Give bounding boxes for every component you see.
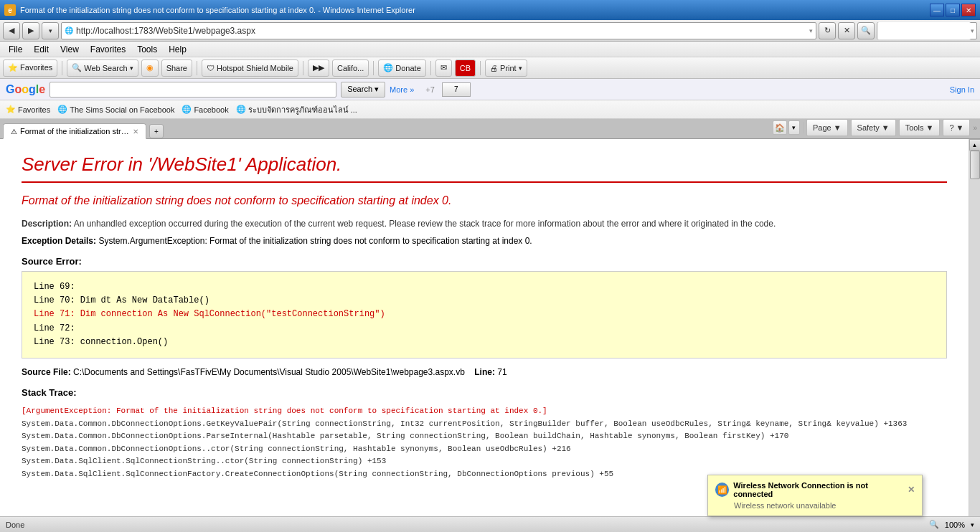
help-button[interactable]: ? ▼	[943, 119, 970, 136]
home-refresh-group: 🏠 ▾	[773, 120, 800, 135]
google-more-link[interactable]: More »	[390, 85, 414, 94]
donate-button[interactable]: 🌐 Donate	[378, 60, 425, 77]
donate-label: Donate	[395, 64, 420, 72]
exception-text: System.ArgumentException: Format of the …	[98, 236, 532, 246]
wireless-notification: 📶 Wireless Network Connection is not con…	[707, 475, 923, 516]
safety-button[interactable]: Safety ▼	[851, 119, 896, 136]
google-signin-link[interactable]: Sign In	[950, 85, 974, 94]
zoom-dropdown[interactable]: ▾	[971, 521, 974, 528]
source-code-box: Line 69: Line 70: Dim dt As New DataTabl…	[22, 271, 947, 358]
exception-details-block: Exception Details: System.ArgumentExcept…	[22, 236, 947, 246]
toolbar-more-button[interactable]: »	[973, 124, 977, 132]
address-bar[interactable]: 🌐 ▾	[61, 22, 816, 39]
tab-list: ⚠ Format of the initialization string do…	[3, 123, 773, 138]
scroll-up-button[interactable]: ▲	[969, 139, 981, 151]
close-button[interactable]: ✕	[961, 4, 976, 16]
california-button[interactable]: Califo...	[332, 60, 369, 77]
print-icon: 🖨	[490, 64, 498, 72]
toolbar-sep3	[303, 61, 303, 75]
feed-icon: ◉	[146, 63, 154, 72]
toolbar-sep6	[480, 61, 481, 75]
dropdown-button[interactable]: ▾	[42, 22, 59, 39]
ie-nav-toolbar: 🏠 ▾ Page ▼ Safety ▼ Tools ▼ ? ▼ »	[773, 119, 977, 138]
minimize-button[interactable]: —	[930, 4, 944, 16]
back-button[interactable]: ◀	[3, 22, 20, 39]
donate-icon: 🌐	[383, 63, 393, 72]
print-button[interactable]: 🖨 Print ▾	[485, 60, 527, 77]
page-button[interactable]: Page ▼	[806, 119, 848, 136]
tab-label: Format of the initialization string does…	[20, 127, 130, 136]
window-controls: — □ ✕	[930, 4, 976, 16]
menu-edit[interactable]: Edit	[28, 43, 55, 56]
fav-icon-2: 🌐	[236, 105, 246, 114]
menu-favorites[interactable]: Favorites	[85, 43, 131, 56]
google-search-button[interactable]: Search ▾	[341, 82, 385, 98]
google-num-box: 7	[442, 82, 471, 97]
google-search-input[interactable]	[50, 82, 336, 98]
fav-item-1[interactable]: 🌐 Facebook	[182, 105, 228, 114]
google-logo: Google	[6, 83, 45, 96]
address-dropdown-icon[interactable]: ▾	[809, 27, 813, 34]
new-tab-button[interactable]: +	[149, 124, 164, 138]
menu-tools[interactable]: Tools	[131, 43, 163, 56]
scroll-thumb[interactable]	[970, 151, 980, 179]
status-text: Done	[6, 521, 922, 529]
search-field-container: ▾	[877, 22, 977, 39]
feed-button[interactable]: ◉	[141, 60, 159, 77]
ie-icon: e	[4, 4, 16, 16]
menu-bar: File Edit View Favorites Tools Help	[0, 42, 980, 57]
search-icon-btn[interactable]: 🔍	[857, 22, 875, 39]
tools-button[interactable]: Tools ▼	[899, 119, 941, 136]
tab-close-button[interactable]: ✕	[133, 128, 138, 136]
wireless-subtitle: Wireless network unavailable	[715, 501, 915, 510]
favorites-button[interactable]: ⭐ Favorites	[3, 60, 57, 77]
fav-item-0[interactable]: 🌐 The Sims Social on Facebook	[57, 105, 174, 114]
main-content: Server Error in '/WebSite1' Application.…	[0, 139, 969, 516]
wireless-close-button[interactable]: ✕	[908, 485, 915, 495]
share-button[interactable]: Share	[161, 60, 192, 77]
fav-icon-0: 🌐	[57, 105, 67, 114]
window-title: Format of the initialization string does…	[20, 6, 415, 14]
print-dropdown[interactable]: ▾	[519, 65, 522, 72]
media-button[interactable]: ▶▶	[308, 60, 329, 77]
home-dropdown-button[interactable]: ▾	[788, 120, 800, 135]
menu-help[interactable]: Help	[163, 43, 192, 56]
fav-item-2[interactable]: 🌐 ระบบจัดการครูภัณฑ์ออนไลน์ ...	[236, 103, 357, 116]
forward-button[interactable]: ▶	[22, 22, 39, 39]
home-button[interactable]: 🏠	[773, 120, 787, 135]
mail-button[interactable]: ✉	[435, 60, 452, 77]
search-input[interactable]	[877, 22, 971, 39]
source-file-label: Source File:	[22, 367, 71, 377]
main-toolbar: ⭐ Favorites 🔍 Web Search ▾ ◉ Share 🛡 Hot…	[0, 57, 980, 79]
code-line-73: Line 73: connection.Open()	[34, 336, 935, 349]
star-icon: ⭐	[6, 105, 16, 114]
source-error-header: Source Error:	[22, 256, 947, 267]
active-tab[interactable]: ⚠ Format of the initialization string do…	[3, 123, 146, 139]
zoom-value: 100%	[945, 521, 965, 529]
error-subtitle: Format of the initialization string does…	[22, 194, 947, 207]
status-bar: Done 🔍 100% ▾	[0, 516, 980, 532]
code-line-69: Line 69:	[34, 280, 935, 294]
maximize-button[interactable]: □	[946, 4, 960, 16]
address-input[interactable]	[76, 26, 806, 36]
menu-view[interactable]: View	[55, 43, 85, 56]
content-wrapper: Server Error in '/WebSite1' Application.…	[0, 139, 980, 528]
source-file-path: C:\Documents and Settings\FasTFivE\My Do…	[73, 367, 465, 377]
wireless-title: Wireless Network Connection is not conne…	[733, 481, 903, 498]
cb-button[interactable]: CB	[455, 60, 476, 77]
description-text: An unhandled exception occurred during t…	[74, 219, 776, 229]
web-search-button[interactable]: 🔍 Web Search ▾	[67, 60, 138, 77]
stop-button[interactable]: ✕	[838, 22, 855, 39]
refresh-button[interactable]: ↻	[819, 22, 836, 39]
wireless-icon: 📶	[715, 483, 729, 497]
hotspot-button[interactable]: 🛡 Hotspot Shield Mobile	[202, 60, 298, 77]
search-dropdown-icon[interactable]: ▾	[971, 27, 976, 34]
google-number: +7	[425, 85, 435, 94]
title-bar: e Format of the initialization string do…	[0, 0, 980, 20]
scroll-track[interactable]	[969, 151, 981, 516]
source-line-num: 71	[497, 367, 507, 377]
web-search-dropdown[interactable]: ▾	[130, 65, 133, 72]
menu-file[interactable]: File	[3, 43, 28, 56]
vertical-scrollbar[interactable]: ▲ ▼	[969, 139, 980, 528]
stack-trace-box: [ArgumentException: Format of the initia…	[22, 402, 947, 484]
